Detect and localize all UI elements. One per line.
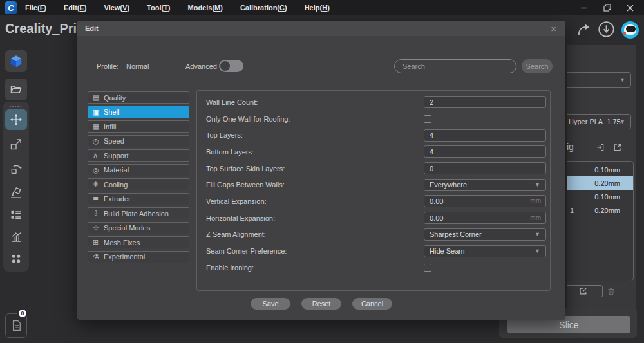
fill-gaps-between-walls-select[interactable]: Everywhere▼ <box>424 179 546 191</box>
shell-icon: ▣ <box>93 108 104 116</box>
menu-view[interactable]: View(V) <box>104 4 130 12</box>
material-select[interactable]: Hyper PLA_1.75 ▼ <box>567 114 631 129</box>
export-config-icon[interactable] <box>613 143 622 152</box>
setting-row-wall-line-count: Wall Line Count: <box>206 94 546 111</box>
category-label: Experimental <box>104 253 145 261</box>
top-layers-input[interactable] <box>424 129 546 142</box>
setting-row-z-seam-alignment: Z Seam Alignment:Sharpest Corner▼ <box>206 227 546 243</box>
setting-label: Seam Corner Preference: <box>206 247 287 255</box>
mesh-fixes-icon: ⊞ <box>93 238 104 246</box>
tool-more-tools-icon[interactable] <box>5 248 27 269</box>
main-menu: File(F)Edit(E)View(V)Tool(T)Models(M)Cal… <box>25 4 347 12</box>
special-modes-icon: ☆ <box>93 224 104 232</box>
category-item-support[interactable]: ⊼Support <box>88 149 189 162</box>
tool-scale-icon[interactable] <box>5 134 27 154</box>
process-preset-list: 0.10mm0.20mm0.10mm10.20mm <box>567 161 634 281</box>
setting-row-only-one-wall-for-roofing: Only One Wall for Roofing: <box>206 111 546 127</box>
printer-select[interactable]: e ▼ <box>567 72 631 88</box>
category-label: Material <box>104 166 129 174</box>
tool-lay-flat-icon[interactable] <box>5 183 27 203</box>
setting-control: Hide Seam▼ <box>424 245 546 257</box>
category-item-speed[interactable]: ◷Speed <box>88 135 189 147</box>
advanced-toggle[interactable] <box>219 60 243 72</box>
menu-models[interactable]: Models(M) <box>188 4 223 12</box>
save-button[interactable]: Save <box>251 298 290 310</box>
menu-file[interactable]: File(F) <box>25 4 46 12</box>
category-item-extruder[interactable]: ≣Extruder <box>88 193 189 205</box>
search-input[interactable] <box>394 59 516 73</box>
cancel-button[interactable]: Cancel <box>352 298 392 310</box>
panel-handle-dots-icon: ••••• <box>0 104 32 108</box>
setting-label: Z Seam Alignment: <box>206 230 266 238</box>
dialog-close-icon[interactable]: × <box>551 24 565 33</box>
z-seam-alignment-select[interactable]: Sharpest Corner▼ <box>424 228 546 241</box>
minimize-icon[interactable] <box>580 4 588 12</box>
setting-label: Fill Gaps Between Walls: <box>206 181 285 189</box>
process-preset-row[interactable]: 0.20mm <box>567 176 633 190</box>
user-avatar[interactable] <box>621 21 639 39</box>
process-config-heading: ig <box>567 142 574 152</box>
only-one-wall-for-roofing-checkbox[interactable] <box>424 115 431 123</box>
tool-model-cube-icon[interactable] <box>5 50 27 72</box>
download-icon[interactable] <box>598 21 615 38</box>
menu-edit[interactable]: Edit(E) <box>64 4 86 12</box>
setting-row-top-surface-skin-layers: Top Surface Skin Layers: <box>206 160 546 177</box>
menu-tool[interactable]: Tool(T) <box>147 4 170 12</box>
support-icon: ⊼ <box>93 151 104 160</box>
profile-label: Profile: <box>97 62 118 70</box>
top-surface-skin-layers-input[interactable] <box>424 162 546 174</box>
preset-value: 0.20mm <box>594 207 620 214</box>
settings-panel: Wall Line Count:Only One Wall for Roofin… <box>196 90 551 291</box>
tool-rotate-icon[interactable] <box>5 158 27 179</box>
preset-prefix: 1 <box>570 207 574 214</box>
share-arrow-icon[interactable] <box>577 23 591 36</box>
tool-move-icon[interactable] <box>5 109 27 130</box>
category-item-experimental[interactable]: ⚗Experimental <box>88 251 189 263</box>
process-preset-row[interactable]: 0.10mm <box>567 163 633 176</box>
close-icon[interactable] <box>627 5 634 12</box>
tool-open-folder-icon[interactable] <box>5 79 27 100</box>
category-item-special-modes[interactable]: ☆Special Modes <box>88 222 189 234</box>
quality-icon: ▤ <box>93 93 104 102</box>
process-preset-row[interactable]: 0.10mm <box>567 190 633 203</box>
menu-calibration[interactable]: Calibration(C) <box>240 4 287 12</box>
category-label: Special Modes <box>104 224 150 232</box>
dialog-title: Edit <box>77 24 99 32</box>
chevron-down-icon: ▼ <box>535 231 540 237</box>
tool-object-list-icon[interactable] <box>5 205 27 225</box>
setting-row-top-layers: Top Layers: <box>206 127 546 144</box>
preset-value: 0.10mm <box>594 193 620 201</box>
category-item-build-plate-adhesion[interactable]: ⇩Build Plate Adhesion <box>88 207 189 219</box>
category-item-mesh-fixes[interactable]: ⊞Mesh Fixes <box>88 236 189 248</box>
speed-icon: ◷ <box>93 137 104 145</box>
category-item-shell[interactable]: ▣Shell <box>88 106 189 118</box>
menu-help[interactable]: Help(H) <box>305 4 330 12</box>
edit-process-button[interactable] <box>567 285 603 297</box>
setting-control: Everywhere▼ <box>424 179 546 191</box>
maximize-icon[interactable] <box>603 4 611 12</box>
reset-button[interactable]: Reset <box>301 298 341 310</box>
material-icon: ◎ <box>93 166 104 174</box>
horizontal-expansion-input[interactable] <box>424 212 546 224</box>
select-value: Hide Seam <box>430 247 464 255</box>
category-list: ▤Quality▣Shell▦Infill◷Speed⊼Support◎Mate… <box>88 91 189 265</box>
vertical-expansion-input[interactable] <box>424 195 546 207</box>
enable-ironing-checkbox[interactable] <box>424 264 431 272</box>
bottom-layers-input[interactable] <box>424 145 546 158</box>
category-item-quality[interactable]: ▤Quality <box>88 91 189 104</box>
category-label: Extruder <box>104 195 131 203</box>
import-config-icon[interactable] <box>596 143 605 152</box>
category-item-cooling[interactable]: ❄Cooling <box>88 178 189 190</box>
process-preset-row[interactable]: 10.20mm <box>567 203 633 217</box>
chevron-down-icon: ▼ <box>620 118 625 125</box>
category-item-material[interactable]: ◎Material <box>88 164 189 176</box>
seam-corner-preference-select[interactable]: Hide Seam▼ <box>424 245 546 257</box>
category-item-infill[interactable]: ▦Infill <box>88 120 189 133</box>
delete-process-button[interactable] <box>607 286 616 296</box>
tool-support-icon[interactable] <box>5 227 27 247</box>
dialog-header[interactable]: Edit × <box>77 21 565 36</box>
search-button[interactable]: Search <box>522 59 553 73</box>
wall-line-count-input[interactable] <box>424 96 546 108</box>
setting-label: Top Layers: <box>206 131 243 139</box>
preset-value: 0.10mm <box>594 166 620 174</box>
